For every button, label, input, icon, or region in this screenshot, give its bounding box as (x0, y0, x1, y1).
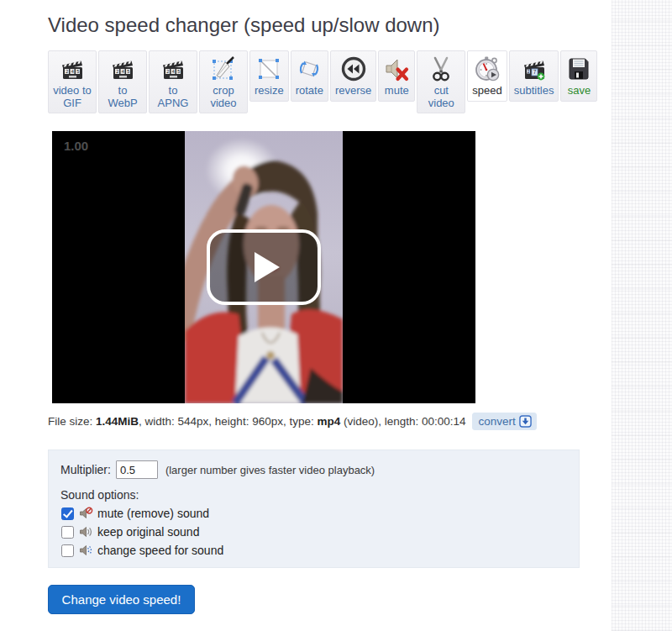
toolbar-button-to-webp[interactable]: 2 4 5 to WebP (98, 50, 147, 113)
toolbar-button-crop-video[interactable]: crop video (199, 50, 248, 113)
toolbar-button-label: to WebP (103, 85, 142, 109)
scissors-icon (428, 55, 454, 82)
toolbar-button-label: cut video (422, 85, 460, 109)
toolbar-button-label: mute (385, 85, 409, 97)
toolbar-button-speed[interactable]: speed (467, 50, 507, 102)
download-arrow-icon (519, 415, 532, 428)
toolbar-button-mute[interactable]: mute (378, 50, 415, 102)
resize-icon (255, 55, 282, 82)
toolbar-button-save[interactable]: save (560, 50, 597, 102)
main-content: Video speed changer (speed up/slow down)… (48, 0, 602, 614)
multiplier-hint: (larger number gives faster video playba… (165, 464, 375, 476)
sound-option-keep[interactable]: keep original sound (60, 525, 567, 539)
svg-text:7: 7 (533, 69, 536, 75)
toolbar-button-label: speed (472, 85, 501, 97)
multiplier-label: Multiplier: (60, 463, 111, 476)
svg-text:4: 4 (172, 69, 175, 74)
page-title: Video speed changer (speed up/slow down) (48, 13, 602, 37)
file-info-text: File size: 1.44MiB, width: 544px, height… (48, 415, 466, 428)
sound-option-mute[interactable]: mute (remove) sound (60, 507, 567, 520)
sound-option-label: change speed for sound (97, 544, 223, 557)
clapperboard-icon: 2 4 5 (160, 55, 186, 82)
svg-text:2: 2 (166, 69, 169, 74)
toolbar-button-subtitles[interactable]: 2 7 subtitles (509, 50, 559, 102)
convert-button[interactable]: convert (472, 413, 537, 430)
toolbar-button-label: video to GIF (53, 85, 92, 109)
speaker-speed-icon (79, 544, 93, 557)
floppy-disk-icon (565, 55, 592, 82)
reverse-icon (340, 55, 367, 82)
toolbar-button-label: crop video (204, 85, 243, 109)
convert-button-label: convert (479, 415, 516, 428)
speaker-icon (79, 525, 93, 539)
svg-text:5: 5 (177, 69, 180, 74)
toolbar-button-to-apng[interactable]: 2 4 5 to APNG (149, 50, 197, 113)
change-sound-speed-checkbox[interactable] (61, 544, 74, 557)
sound-option-label: mute (remove) sound (97, 507, 209, 520)
multiplier-input[interactable] (116, 460, 158, 479)
play-button[interactable] (207, 229, 321, 305)
toolbar-button-label: subtitles (514, 85, 554, 97)
sound-option-label: keep original sound (97, 525, 199, 539)
playback-speed-indicator: 1.00 (64, 139, 88, 153)
svg-text:4: 4 (122, 69, 124, 74)
toolbar-button-resize[interactable]: resize (249, 50, 289, 102)
toolbar-button-label: rotate (296, 85, 323, 97)
file-info-bar: File size: 1.44MiB, width: 544px, height… (48, 413, 602, 430)
stopwatch-icon (474, 55, 501, 82)
speaker-mute-icon (79, 507, 93, 520)
subtitles-clapperboard-icon: 2 7 (521, 55, 548, 82)
svg-text:5: 5 (127, 69, 129, 74)
play-icon (255, 252, 280, 282)
svg-text:5: 5 (76, 69, 79, 74)
toolbar-button-reverse[interactable]: reverse (330, 50, 376, 102)
background-grid-texture (612, 0, 672, 631)
sound-option-change-speed[interactable]: change speed for sound (60, 544, 567, 557)
clapperboard-icon: 2 4 5 (59, 55, 86, 82)
toolbar-button-video-to-gif[interactable]: 2 4 5 video to GIF (48, 50, 97, 113)
rotate-icon (296, 55, 323, 82)
toolbar-button-cut-video[interactable]: cut video (417, 50, 465, 113)
toolbar-button-label: resize (255, 85, 284, 97)
svg-text:2: 2 (66, 69, 68, 74)
keep-sound-checkbox[interactable] (61, 526, 74, 539)
svg-text:2: 2 (116, 69, 118, 74)
mute-sound-checkbox[interactable] (61, 507, 74, 520)
crop-pen-icon (210, 55, 237, 82)
toolbar: 2 4 5 video to GIF 2 4 5 to WebP (48, 50, 602, 113)
change-video-speed-button[interactable]: Change video speed! (48, 585, 195, 614)
toolbar-button-label: to APNG (154, 85, 192, 109)
sound-options-title: Sound options: (60, 488, 567, 502)
toolbar-button-label: save (568, 85, 591, 97)
svg-text:4: 4 (71, 69, 74, 74)
toolbar-button-label: reverse (335, 85, 371, 97)
speed-options-panel: Multiplier: (larger number gives faster … (48, 450, 580, 568)
clapperboard-icon: 2 4 5 (109, 55, 136, 82)
toolbar-button-rotate[interactable]: rotate (291, 50, 328, 102)
video-player[interactable]: 1.00 (52, 131, 475, 403)
mute-speaker-icon (383, 55, 410, 82)
svg-text:2: 2 (527, 70, 529, 74)
